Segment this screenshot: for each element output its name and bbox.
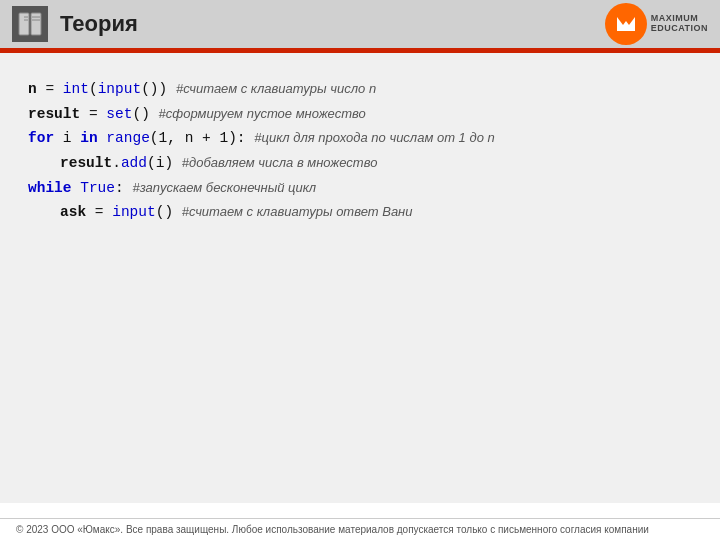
logo-circle: [605, 3, 647, 45]
code-block: n = int(input()) #считаем с клавиатуры ч…: [28, 77, 692, 225]
code-line-1: n = int(input()) #считаем с клавиатуры ч…: [28, 77, 692, 102]
book-icon: [16, 10, 44, 38]
main-content: n = int(input()) #считаем с клавиатуры ч…: [0, 53, 720, 503]
company-logo: MAXIMUM EDUCATION: [605, 3, 708, 45]
code-var-n: n: [28, 81, 37, 97]
logo-line2: EDUCATION: [651, 24, 708, 34]
logo-icon: [613, 11, 639, 37]
logo-text: MAXIMUM EDUCATION: [651, 14, 708, 34]
code-line-6: ask = input() #считаем с клавиатуры отве…: [28, 200, 692, 225]
code-line-2: result = set() #сформируем пустое множес…: [28, 102, 692, 127]
header-icon: [12, 6, 48, 42]
code-line-4: result.add(i) #добавляем числа в множест…: [28, 151, 692, 176]
page-title: Теория: [60, 11, 138, 37]
code-line-3: for i in range(1, n + 1): #цикл для прох…: [28, 126, 692, 151]
footer: © 2023 ООО «Юмакс». Все права защищены. …: [0, 518, 720, 540]
svg-marker-6: [617, 17, 635, 31]
header: Теория MAXIMUM EDUCATION: [0, 0, 720, 48]
footer-text: © 2023 ООО «Юмакс». Все права защищены. …: [16, 524, 649, 535]
code-line-5: while True: #запускаем бесконечный цикл: [28, 176, 692, 201]
svg-rect-0: [19, 13, 29, 35]
svg-rect-1: [31, 13, 41, 35]
